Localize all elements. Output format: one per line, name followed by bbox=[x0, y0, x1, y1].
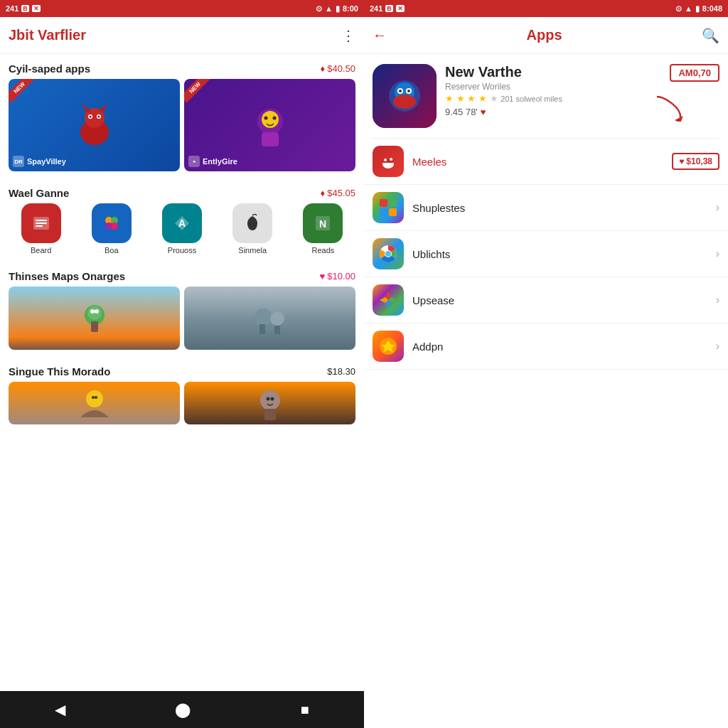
right-status-right: ⊙ ▲ ▮ 8:048 bbox=[675, 4, 722, 14]
hero-stars: ★ ★ ★ ★ ★ 201 solweol miles bbox=[445, 93, 562, 104]
svg-point-11 bbox=[264, 117, 267, 120]
icon-item-reads[interactable]: N Reads bbox=[291, 203, 355, 255]
svg-rect-28 bbox=[91, 321, 98, 332]
sinmela-label: Sinmela bbox=[238, 246, 267, 255]
svg-rect-10 bbox=[262, 132, 279, 146]
list-item-shuplestes[interactable]: Shuplestes › bbox=[364, 185, 728, 231]
star-1: ★ bbox=[445, 93, 454, 104]
boa-icon bbox=[92, 203, 132, 243]
addpn-icon bbox=[373, 331, 404, 362]
right-signal: 241 bbox=[370, 4, 382, 13]
svg-point-26 bbox=[90, 309, 95, 314]
app-detail-hero: New Varthe Reserver Woriles ★ ★ ★ ★ ★ 20… bbox=[364, 54, 728, 138]
new-badge-2: NEW bbox=[184, 79, 210, 103]
reads-app-icon: N bbox=[312, 213, 333, 234]
section-header-singue: Singue This Morado $18.30 bbox=[0, 357, 364, 382]
list-item-addpn[interactable]: Addpn › bbox=[364, 323, 728, 370]
svg-point-7 bbox=[97, 116, 100, 118]
svg-rect-51 bbox=[380, 199, 387, 207]
entlygire-label-text: EntlyGire bbox=[203, 157, 237, 166]
list-item-ublichts[interactable]: Ublichts › bbox=[364, 231, 728, 277]
reads-label: Reads bbox=[312, 246, 335, 255]
svg-point-38 bbox=[266, 397, 269, 401]
left-status-bar: 241 B ✕ ⊙ ▲ ▮ 8:00 bbox=[0, 0, 364, 17]
orience-scene-svg bbox=[249, 297, 291, 340]
singue-scene-2-svg bbox=[249, 382, 291, 424]
arrow-svg bbox=[653, 93, 689, 122]
hero-app-title: New Varthe bbox=[445, 64, 562, 80]
back-button[interactable]: ◀ bbox=[55, 701, 65, 718]
svg-point-29 bbox=[255, 309, 272, 326]
right-target-icon: ⊙ bbox=[675, 4, 682, 14]
singue-image-1 bbox=[9, 382, 180, 424]
svg-point-27 bbox=[95, 309, 99, 314]
new-badge-1-wrapper: NEW bbox=[9, 79, 37, 107]
banner-row-cyil: NEW DR SpayVilley bbox=[0, 79, 364, 178]
sinmela-app-icon bbox=[242, 213, 263, 234]
prouoss-app-icon: A bbox=[171, 213, 193, 234]
coordinate-text: 9.45 78' bbox=[445, 107, 478, 117]
new-badge-2-wrapper: NEW bbox=[184, 79, 213, 107]
search-icon[interactable]: 🔍 bbox=[702, 27, 719, 44]
menu-icon[interactable]: ⋮ bbox=[341, 27, 355, 44]
upsease-icon-svg bbox=[378, 290, 398, 310]
thumb-card-singue-1[interactable] bbox=[9, 382, 180, 424]
right-content: New Varthe Reserver Woriles ★ ★ ★ ★ ★ 20… bbox=[364, 54, 728, 728]
hero-app-icon bbox=[373, 64, 437, 128]
home-button[interactable]: ⬤ bbox=[175, 701, 191, 718]
banner-label-entlygire: + EntlyGire bbox=[188, 156, 237, 167]
svg-rect-53 bbox=[380, 208, 387, 216]
upsease-icon bbox=[373, 284, 404, 316]
meeles-icon bbox=[373, 146, 404, 177]
thumb-card-orience[interactable]: Orience Blesdiet Cophi Fulor Wades Game … bbox=[184, 287, 355, 350]
svg-point-42 bbox=[393, 95, 416, 109]
icon-item-prouoss[interactable]: A Prouoss bbox=[149, 203, 214, 255]
icon-item-sinmela[interactable]: Sinmela bbox=[220, 203, 285, 255]
svg-point-12 bbox=[272, 117, 276, 120]
section-price-thinses: ♥ $10.00 bbox=[320, 271, 355, 282]
left-signal: 241 bbox=[6, 4, 18, 13]
icon-item-beard[interactable]: Beard bbox=[9, 203, 73, 255]
svg-rect-31 bbox=[259, 324, 265, 334]
thumb-card-deart[interactable]: Deart, Tant Coline Hisl Sapros bbox=[9, 287, 180, 350]
ublichts-icon bbox=[373, 238, 404, 269]
shuplestes-chevron: › bbox=[716, 201, 719, 214]
addpn-icon-svg bbox=[378, 336, 398, 356]
banner-card-spayvilley[interactable]: NEW DR SpayVilley bbox=[9, 79, 180, 171]
upsease-name: Upsease bbox=[412, 294, 716, 306]
hero-icon-inner bbox=[373, 64, 437, 128]
section-price-wael: ♦ $45.05 bbox=[321, 188, 355, 198]
right-icon-b: B bbox=[385, 5, 393, 12]
apps-title: Apps bbox=[527, 27, 562, 43]
right-status-bar: 241 B ✕ ⊙ ▲ ▮ 8:048 bbox=[364, 0, 728, 17]
bottom-nav: ◀ ⬤ ■ bbox=[0, 691, 364, 728]
icon-item-boa[interactable]: Boa bbox=[79, 203, 144, 255]
recent-button[interactable]: ■ bbox=[301, 702, 309, 718]
left-top-bar: Jbit Varflier ⋮ bbox=[0, 17, 364, 54]
svg-point-39 bbox=[270, 397, 274, 401]
left-panel: 241 B ✕ ⊙ ▲ ▮ 8:00 Jbit Varflier ⋮ Cyil-… bbox=[0, 0, 364, 728]
svg-point-34 bbox=[92, 396, 95, 399]
thumb-row-thinses: Deart, Tant Coline Hisl Sapros Orience B… bbox=[0, 287, 364, 357]
right-wifi-icon: ▲ bbox=[685, 4, 692, 13]
list-item-meeles[interactable]: Meeles ♥ $10,38 bbox=[364, 139, 728, 185]
left-icon-b: B bbox=[21, 5, 29, 12]
right-icon-x: ✕ bbox=[396, 5, 405, 12]
thumb-card-singue-2[interactable] bbox=[184, 382, 355, 424]
back-icon[interactable]: ← bbox=[373, 27, 387, 43]
svg-text:A: A bbox=[178, 218, 186, 229]
meeles-icon-svg bbox=[378, 151, 398, 171]
orience-image bbox=[184, 287, 355, 350]
svg-point-46 bbox=[407, 90, 410, 92]
svg-point-49 bbox=[384, 159, 387, 161]
svg-point-20 bbox=[111, 223, 118, 230]
banner-card-entlygire[interactable]: NEW + EntlyGire bbox=[184, 79, 355, 171]
meeles-price-badge[interactable]: ♥ $10,38 bbox=[672, 153, 719, 170]
boa-app-icon bbox=[100, 212, 123, 235]
addpn-chevron: › bbox=[716, 340, 719, 353]
section-title-wael: Wael Ganne bbox=[9, 187, 69, 199]
hero-price-badge[interactable]: AM0,70 bbox=[670, 64, 719, 82]
list-item-upsease[interactable]: Upsease › bbox=[364, 277, 728, 323]
svg-rect-37 bbox=[264, 409, 276, 420]
star-3: ★ bbox=[467, 93, 476, 104]
